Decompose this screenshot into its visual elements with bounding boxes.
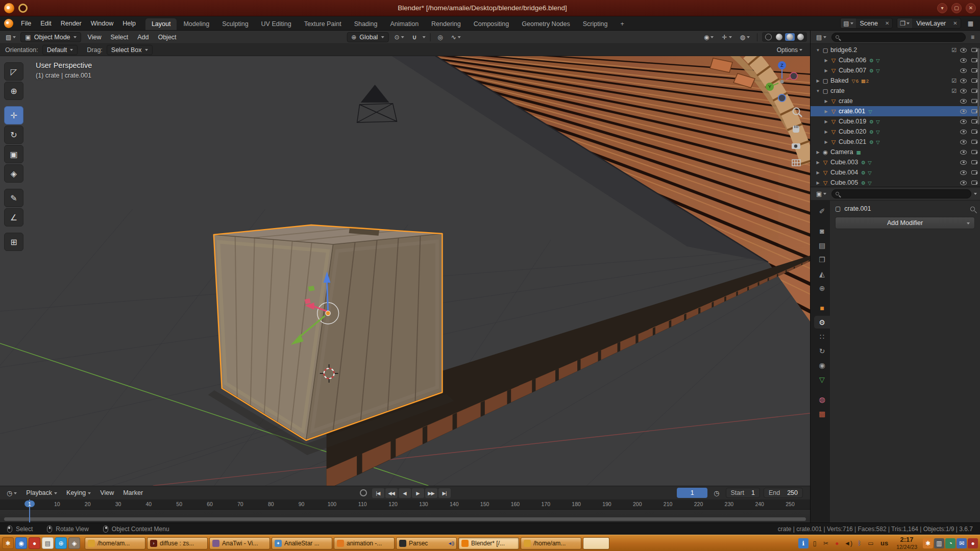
next-keyframe-button[interactable]: ▶▶ <box>425 488 437 498</box>
tool-transform[interactable]: ◈ <box>4 164 23 183</box>
play-reverse-button[interactable]: ◀ <box>399 488 411 498</box>
timeline-menu-playback[interactable]: Playback <box>21 486 62 499</box>
launcher-menu-icon[interactable]: ✱ <box>2 537 14 549</box>
outliner-row[interactable]: ▶ ▽ Cube.019 ⚙ ▽ <box>811 116 980 127</box>
expand-arrow-icon[interactable]: ▶ <box>815 150 821 155</box>
viewport-menu-add[interactable]: Add <box>133 31 153 44</box>
properties-tab-world[interactable]: ⊕ <box>814 282 830 294</box>
outliner-row[interactable]: ▶ ▽ Cube.003 ⚙ ▽ <box>811 157 980 167</box>
menu-file[interactable]: File <box>16 17 36 30</box>
disable-in-render-icon[interactable] <box>971 140 977 144</box>
taskbar-window-files-1[interactable]: /home/am... <box>85 537 145 549</box>
axis-negz-button[interactable] <box>778 94 786 102</box>
tool-rotate[interactable]: ↻ <box>4 126 23 144</box>
workspace-tab-texture-paint[interactable]: Texture Paint <box>298 18 348 30</box>
hide-in-viewport-icon[interactable] <box>960 48 967 53</box>
outliner-row[interactable]: ▶ ▽ Cube.006 ⚙ ▽ <box>811 55 980 65</box>
workspace-tab-rendering[interactable]: Rendering <box>425 18 467 30</box>
launcher-browser-icon[interactable]: ◉ <box>15 537 27 549</box>
axis-x-button[interactable] <box>790 72 797 80</box>
properties-options-caret[interactable] <box>974 193 977 196</box>
workspace-tab-compositing[interactable]: Compositing <box>468 18 515 30</box>
mode-dropdown[interactable]: Object Mode <box>20 32 81 42</box>
tray-volume-icon[interactable]: ◄) <box>843 538 853 548</box>
pivot-point-button[interactable] <box>391 32 406 42</box>
tray-app-monitor-icon[interactable]: ▥ <box>934 538 944 548</box>
launcher-notes-icon[interactable]: ▤ <box>42 537 54 549</box>
maximize-button[interactable]: ▢ <box>951 3 962 13</box>
window-menu-icon[interactable] <box>18 4 28 13</box>
expand-arrow-icon[interactable]: ▶ <box>823 99 829 104</box>
outliner-row[interactable]: ▶ ◉ Camera ▦ <box>811 147 980 157</box>
collection-checkbox[interactable]: ☑ <box>951 88 957 94</box>
outliner-editor-type-button[interactable] <box>814 32 829 42</box>
blender-app-icon[interactable] <box>4 19 13 28</box>
tray-tablet-icon[interactable]: ▯ <box>810 538 820 548</box>
hide-in-viewport-icon[interactable] <box>960 79 967 83</box>
add-modifier-button[interactable]: Add Modifier <box>835 217 975 229</box>
tool-move[interactable]: ✛ <box>4 106 23 124</box>
properties-tab-material[interactable]: ◍ <box>814 393 830 406</box>
use-preview-range-icon[interactable] <box>711 488 722 498</box>
play-button[interactable]: ▶ <box>412 488 424 498</box>
properties-editor-type-button[interactable] <box>814 189 829 199</box>
scene-selector[interactable]: Scene ✕ <box>840 18 893 29</box>
expand-arrow-icon[interactable]: ▶ <box>823 109 829 114</box>
workspace-tab-shading[interactable]: Shading <box>348 18 384 30</box>
tray-network-icon[interactable]: ▭ <box>866 538 876 548</box>
expand-arrow-icon[interactable]: ▶ <box>815 181 821 185</box>
tool-cursor[interactable]: ⊕ <box>4 82 23 100</box>
menu-render[interactable]: Render <box>56 17 86 30</box>
snap-toggle-button[interactable] <box>409 32 419 42</box>
properties-tab-constraints[interactable]: ◉ <box>814 359 830 371</box>
properties-tab-tool[interactable]: ✐ <box>814 205 830 217</box>
hide-in-viewport-icon[interactable] <box>960 68 967 73</box>
properties-tab-particles[interactable]: ∷ <box>814 330 830 343</box>
timeline-scrollbar[interactable] <box>4 517 806 521</box>
disable-in-render-icon[interactable] <box>971 99 977 103</box>
prev-keyframe-button[interactable]: ◀◀ <box>385 488 398 498</box>
hide-in-viewport-icon[interactable] <box>960 140 967 144</box>
expand-arrow-icon[interactable]: ▶ <box>815 160 821 165</box>
options-dropdown[interactable]: Options <box>774 45 805 55</box>
menu-help[interactable]: Help <box>118 17 140 30</box>
taskbar-window-animation[interactable]: animation -... <box>334 537 395 549</box>
taskbar-empty-button[interactable] <box>583 537 609 549</box>
properties-tab-physics[interactable]: ↻ <box>814 344 830 357</box>
hide-in-viewport-icon[interactable] <box>960 119 967 124</box>
properties-tab-object[interactable]: ■ <box>814 302 830 314</box>
disable-in-render-icon[interactable] <box>971 130 977 134</box>
workspace-tab-geometry-nodes[interactable]: Geometry Nodes <box>516 18 576 30</box>
outliner-row[interactable]: ▶ ▽ crate <box>811 96 980 106</box>
viewport-menu-select[interactable]: Select <box>106 31 133 44</box>
hide-in-viewport-icon[interactable] <box>960 170 967 175</box>
expand-arrow-icon[interactable]: ▶ <box>823 140 829 144</box>
viewport-camera-view-icon[interactable] <box>792 143 800 149</box>
outliner-row[interactable]: ▶ ▽ Cube.020 ⚙ ▽ <box>811 127 980 137</box>
taskbar-window-anatwi[interactable]: AnaTwi - Vi... <box>209 537 270 549</box>
menu-edit[interactable]: Edit <box>36 17 56 30</box>
disable-in-render-icon[interactable] <box>971 150 977 154</box>
outliner-row[interactable]: ▶ ▽ Cube.005 ⚙ ▽ <box>811 178 980 187</box>
tray-bluetooth-icon[interactable]: ᛒ <box>854 538 865 548</box>
disable-in-render-icon[interactable] <box>971 89 977 93</box>
outliner-row[interactable]: ▶ ▽ Cube.007 ⚙ ▽ <box>811 65 980 76</box>
tool-add-cube[interactable]: ⊞ <box>4 233 23 251</box>
taskbar-window-analiestar[interactable]: ✦ AnalieStar ... <box>272 537 332 549</box>
launcher-globe-icon[interactable]: ⊕ <box>55 537 67 549</box>
outliner-row[interactable]: ▼ ▢ crate ☑ <box>811 86 980 96</box>
outliner-row[interactable]: ▶ ▽ Cube.021 ⚙ ▽ <box>811 137 980 147</box>
disable-in-render-icon[interactable] <box>971 79 977 83</box>
timeline-menu-view[interactable]: View <box>95 486 118 499</box>
jump-to-start-button[interactable]: |◀ <box>372 488 384 498</box>
launcher-media-icon[interactable]: ● <box>29 537 40 549</box>
workspace-tab-add[interactable]: + <box>614 18 630 30</box>
tray-app-dot-icon[interactable]: ● <box>968 538 978 548</box>
workspace-tab-layout[interactable]: Layout <box>145 18 177 30</box>
tray-info-icon[interactable]: ℹ <box>798 538 808 548</box>
shading-rendered-button[interactable] <box>796 33 805 41</box>
expand-arrow-icon[interactable]: ▶ <box>815 79 821 83</box>
tray-app-paw-icon[interactable]: ✱ <box>923 538 933 548</box>
taskbar-window-parsec[interactable]: Parsec ◄)) <box>396 537 457 549</box>
viewport-menu-view[interactable]: View <box>83 31 106 44</box>
